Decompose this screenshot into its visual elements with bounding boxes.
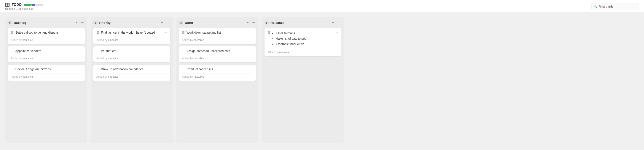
card-menu-button-card-3[interactable]: ··· [78, 67, 82, 71]
card-card-6: ☰Draw up new nation boundaries···Added b… [93, 65, 170, 81]
column-count-done: 3 [179, 21, 183, 25]
column-header-left-backlog: 6Backlog [8, 21, 26, 25]
card-footer-card-5: Added by nautalice [96, 57, 167, 60]
filter-input[interactable] [591, 3, 639, 10]
card-menu-button-card-4[interactable]: ··· [164, 31, 167, 34]
releases-list-item: Assemble inner circle [276, 41, 306, 47]
column-title-done: Done [185, 21, 193, 25]
column-menu-button-done[interactable]: ··· [251, 20, 256, 25]
add-card-button-releases[interactable]: + [331, 20, 335, 25]
top-bar-left: TODO Updated 21 minutes ago [5, 3, 43, 10]
column-header-left-done: 3Done [179, 21, 193, 25]
top-bar: TODO Updated 21 minutes ago 🔍 [0, 0, 644, 12]
column-done: 3Done+···☰Work down cat petting list···A… [176, 17, 258, 143]
card-footer-card-1: Added by nautalice [11, 39, 82, 42]
add-card-button-done[interactable]: + [246, 20, 250, 25]
updated-text: Updated 21 minutes ago [5, 7, 43, 10]
add-card-button-backlog[interactable]: + [74, 20, 78, 25]
column-menu-button-backlog[interactable]: ··· [80, 20, 85, 25]
column-title-backlog: Backlog [14, 21, 26, 25]
card-card-8: ☰Assign names to uncollared cats···Added… [179, 46, 256, 63]
card-title-row-card-1: ☰Settle calico / tortie land dispute [11, 31, 76, 35]
column-header-backlog: 6Backlog+··· [8, 19, 85, 26]
board: 6Backlog+···☰Settle calico / tortie land… [0, 12, 644, 147]
card-menu-button-card-6[interactable]: ··· [164, 67, 167, 71]
card-divider [182, 37, 253, 37]
column-count-priority: 3 [93, 21, 98, 25]
card-card-10: ☰Kill all humansMake list of cats to pet… [264, 28, 342, 56]
card-list-icon: ☰ [11, 31, 14, 34]
card-menu-button-card-9[interactable]: ··· [250, 67, 253, 71]
column-backlog: 6Backlog+···☰Settle calico / tortie land… [5, 17, 87, 143]
card-footer: Added by nautalice [268, 51, 338, 54]
card-divider [96, 37, 167, 37]
releases-card-content: ☰Kill all humansMake list of cats to pet… [268, 31, 335, 47]
card-footer-card-2: Added by nautalice [11, 57, 82, 60]
card-title-row-card-6: ☰Draw up new nation boundaries [96, 67, 162, 71]
search-icon: 🔍 [594, 5, 597, 8]
card-title-row-card-5: ☰Pet that cat [96, 49, 162, 53]
releases-bullet-list: Kill all humansMake list of cats to petA… [272, 31, 306, 47]
card-card-7: ☰Work down cat petting list···Added by n… [179, 28, 256, 44]
column-header-right-releases: +··· [331, 20, 342, 25]
releases-card-header: ☰Kill all humansMake list of cats to pet… [268, 31, 338, 47]
progress-blue [31, 4, 36, 6]
card-header-card-2: ☰Appoint cat leaders··· [11, 49, 82, 53]
card-title-card-2: Appoint cat leaders [15, 49, 41, 53]
card-menu-button-card-8[interactable]: ··· [250, 49, 253, 52]
card-card-4: ☰Find last cat in the world I haven't pe… [93, 28, 170, 44]
progress-filled [24, 4, 31, 6]
card-menu-button-card-2[interactable]: ··· [78, 49, 82, 52]
card-footer-card-3: Added by nautalice [11, 75, 82, 78]
column-menu-button-priority[interactable]: ··· [166, 20, 170, 25]
card-header-card-3: ☰Decide if dogs are citizens··· [11, 67, 82, 71]
card-header-card-6: ☰Draw up new nation boundaries··· [96, 67, 167, 71]
card-divider [11, 73, 82, 73]
releases-list-item: Make list of cats to pet [276, 36, 306, 41]
card-header-card-7: ☰Work down cat petting list··· [182, 31, 253, 35]
card-list-icon: ☰ [96, 49, 99, 53]
releases-list-item: Kill all humans [276, 31, 306, 36]
svg-rect-1 [8, 4, 9, 5]
card-list-icon: ☰ [96, 31, 99, 34]
card-list-icon: ☰ [268, 31, 270, 47]
card-list-icon: ☰ [96, 67, 99, 71]
column-priority: 3Priority+···☰Find last cat in the world… [91, 17, 173, 143]
add-card-button-priority[interactable]: + [160, 20, 164, 25]
column-title-priority: Priority [99, 21, 111, 25]
column-header-right-done: +··· [246, 20, 256, 25]
column-count-releases: 1 [264, 21, 268, 25]
card-title-card-7: Work down cat petting list [186, 31, 221, 35]
column-header-left-releases: 1Releases [264, 21, 284, 25]
column-menu-button-releases[interactable]: ··· [337, 20, 342, 25]
card-footer-card-9: Added by nautalice [182, 75, 253, 78]
card-menu-button-card-5[interactable]: ··· [164, 49, 167, 52]
card-header-card-5: ☰Pet that cat··· [96, 49, 167, 53]
svg-rect-3 [8, 5, 9, 6]
card-card-1: ☰Settle calico / tortie land dispute···A… [8, 28, 85, 44]
card-title-card-9: Conduct cat census [186, 67, 213, 71]
card-title-row-card-3: ☰Decide if dogs are citizens [11, 67, 76, 71]
card-divider [268, 49, 338, 49]
card-menu-button-card-10[interactable]: ··· [335, 31, 338, 34]
column-header-left-priority: 3Priority [93, 21, 111, 25]
filter-container: 🔍 [591, 3, 639, 10]
card-footer-card-7: Added by nautalice [182, 39, 253, 42]
column-header-releases: 1Releases+··· [264, 19, 342, 26]
card-menu-button-card-7[interactable]: ··· [250, 31, 253, 34]
column-title-releases: Releases [270, 21, 284, 25]
card-title-card-1: Settle calico / tortie land dispute [15, 31, 58, 35]
card-card-2: ☰Appoint cat leaders···Added by nautalic… [8, 46, 85, 63]
card-header-card-8: ☰Assign names to uncollared cats··· [182, 49, 253, 53]
card-menu-button-card-1[interactable]: ··· [78, 31, 82, 34]
svg-rect-0 [6, 4, 7, 5]
card-card-3: ☰Decide if dogs are citizens···Added by … [8, 65, 85, 81]
app-title: TODO [12, 3, 22, 7]
card-title-row-card-4: ☰Find last cat in the world I haven't pe… [96, 31, 162, 35]
card-footer-card-6: Added by nautalice [96, 75, 167, 78]
card-card-9: ☰Conduct cat census···Added by nautalice [179, 65, 256, 81]
column-header-right-priority: +··· [160, 20, 170, 25]
column-header-done: 3Done+··· [179, 19, 256, 26]
column-releases: 1Releases+···☰Kill all humansMake list o… [262, 17, 344, 143]
column-count-backlog: 6 [8, 21, 12, 25]
